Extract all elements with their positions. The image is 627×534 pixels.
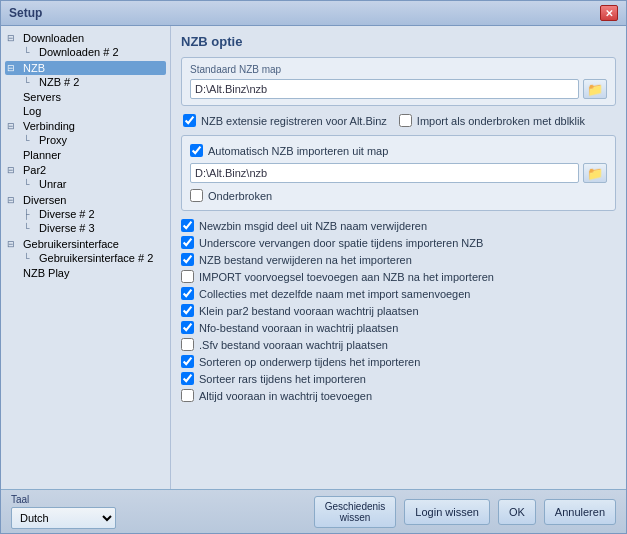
sidebar-item-verbinding[interactable]: ⊟ Verbinding └ Proxy	[5, 118, 166, 148]
sidebar-item-unrar[interactable]: └ Unrar	[21, 177, 166, 191]
cb-collecties: Collecties met dezelfde naam met import …	[181, 285, 616, 302]
auto-import-checkbox-row: Automatisch NZB importeren uit map	[190, 142, 607, 159]
onderbroken-checkbox-row: Onderbroken	[190, 187, 607, 204]
language-select[interactable]: Dutch English German French	[11, 507, 116, 529]
onderbroken-checkbox[interactable]	[190, 189, 203, 202]
cb-nfo: Nfo-bestand vooraan in wachtrij plaatsen	[181, 319, 616, 336]
standard-nzb-label: Standaard NZB map	[190, 64, 607, 75]
leaf-icon: └	[23, 47, 37, 57]
collecties-label: Collecties met dezelfde naam met import …	[199, 288, 470, 300]
leaf-icon: └	[23, 77, 37, 87]
sidebar-item-diverse3[interactable]: └ Diverse # 3	[21, 221, 166, 235]
nzb-extension-label: NZB extensie registreren voor Alt.Binz	[201, 115, 387, 127]
import-broken-checkbox-row: Import als onderbroken met dblklik	[399, 112, 585, 129]
sfv-checkbox[interactable]	[181, 338, 194, 351]
right-panel: NZB optie Standaard NZB map 📁 NZB extens…	[171, 26, 626, 489]
sidebar-item-downloaden[interactable]: ⊟ Downloaden └ Downloaden # 2	[5, 30, 166, 60]
expand-icon: ⊟	[7, 121, 21, 131]
expand-icon: ⊟	[7, 63, 21, 73]
leaf-icon: └	[23, 253, 37, 263]
sfv-label: .Sfv bestand vooraan wachtrij plaatsen	[199, 339, 388, 351]
klein-par2-checkbox[interactable]	[181, 304, 194, 317]
window-title: Setup	[9, 6, 42, 20]
bottom-bar: Taal Dutch English German French Geschie…	[1, 489, 626, 533]
newzbin-label: Newzbin msgid deel uit NZB naam verwijde…	[199, 220, 427, 232]
sorteren-onderwerp-checkbox[interactable]	[181, 355, 194, 368]
verwijderen-checkbox[interactable]	[181, 253, 194, 266]
sidebar-item-diverse2[interactable]: ├ Diverse # 2	[21, 207, 166, 221]
annuleren-button[interactable]: Annuleren	[544, 499, 616, 525]
onderbroken-label: Onderbroken	[208, 190, 272, 202]
auto-import-checkbox[interactable]	[190, 144, 203, 157]
cb-underscore: Underscore vervangen door spatie tijdens…	[181, 234, 616, 251]
expand-icon: ⊟	[7, 239, 21, 249]
expand-icon: ⊟	[7, 165, 21, 175]
import-broken-checkbox[interactable]	[399, 114, 412, 127]
geschiedenis-wissen-button[interactable]: Geschiedenis wissen	[314, 496, 397, 528]
setup-window: Setup ✕ ⊟ Downloaden └ Downloaden # 2	[0, 0, 627, 534]
sidebar-item-servers[interactable]: Servers	[5, 90, 166, 104]
expand-icon: ⊟	[7, 33, 21, 43]
underscore-checkbox[interactable]	[181, 236, 194, 249]
leaf-icon: └	[23, 179, 37, 189]
nfo-label: Nfo-bestand vooraan in wachtrij plaatsen	[199, 322, 398, 334]
standard-nzb-section: Standaard NZB map 📁	[181, 57, 616, 106]
auto-import-input-row: 📁	[190, 163, 607, 183]
auto-import-path-input[interactable]	[190, 163, 579, 183]
altijd-vooraan-checkbox[interactable]	[181, 389, 194, 402]
verwijderen-label: NZB bestand verwijderen na het importere…	[199, 254, 412, 266]
close-button[interactable]: ✕	[600, 5, 618, 21]
main-content: ⊟ Downloaden └ Downloaden # 2 ⊟ NZB	[1, 26, 626, 489]
standard-nzb-input-row: 📁	[190, 79, 607, 99]
underscore-label: Underscore vervangen door spatie tijdens…	[199, 237, 483, 249]
sidebar-item-log[interactable]: Log	[5, 104, 166, 118]
leaf-icon: ├	[23, 209, 37, 219]
ok-button[interactable]: OK	[498, 499, 536, 525]
klein-par2-label: Klein par2 bestand vooraan wachtrij plaa…	[199, 305, 419, 317]
panel-title: NZB optie	[181, 34, 616, 49]
nzb-extension-checkbox[interactable]	[183, 114, 196, 127]
auto-import-section: Automatisch NZB importeren uit map 📁 Ond…	[181, 135, 616, 211]
cb-newzbin: Newzbin msgid deel uit NZB naam verwijde…	[181, 217, 616, 234]
import-voorvoegsel-label: IMPORT voorvoegsel toevoegen aan NZB na …	[199, 271, 494, 283]
cb-sfv: .Sfv bestand vooraan wachtrij plaatsen	[181, 336, 616, 353]
login-wissen-button[interactable]: Login wissen	[404, 499, 490, 525]
collecties-checkbox[interactable]	[181, 287, 194, 300]
auto-import-label: Automatisch NZB importeren uit map	[208, 145, 388, 157]
cb-verwijderen: NZB bestand verwijderen na het importere…	[181, 251, 616, 268]
sidebar-item-gebruikersinterface2[interactable]: └ Gebruikersinterface # 2	[21, 251, 166, 265]
taal-label: Taal	[11, 494, 116, 505]
cb-import-voorvoegsel: IMPORT voorvoegsel toevoegen aan NZB na …	[181, 268, 616, 285]
import-voorvoegsel-checkbox[interactable]	[181, 270, 194, 283]
leaf-icon: └	[23, 223, 37, 233]
title-bar: Setup ✕	[1, 1, 626, 26]
standard-nzb-path-input[interactable]	[190, 79, 579, 99]
sidebar-item-gebruikersinterface[interactable]: ⊟ Gebruikersinterface └ Gebruikersinterf…	[5, 236, 166, 266]
sidebar-item-par2[interactable]: ⊟ Par2 └ Unrar	[5, 162, 166, 192]
sorteer-rars-checkbox[interactable]	[181, 372, 194, 385]
import-broken-label: Import als onderbroken met dblklik	[417, 115, 585, 127]
sidebar: ⊟ Downloaden └ Downloaden # 2 ⊟ NZB	[1, 26, 171, 489]
nfo-checkbox[interactable]	[181, 321, 194, 334]
expand-icon: ⊟	[7, 195, 21, 205]
cb-klein-par2: Klein par2 bestand vooraan wachtrij plaa…	[181, 302, 616, 319]
sidebar-item-diversen[interactable]: ⊟ Diversen ├ Diverse # 2 └ Diverse # 3	[5, 192, 166, 236]
cb-altijd-vooraan: Altijd vooraan in wachtrij toevoegen	[181, 387, 616, 404]
sorteer-rars-label: Sorteer rars tijdens het importeren	[199, 373, 366, 385]
cb-sorteer-rars: Sorteer rars tijdens het importeren	[181, 370, 616, 387]
newzbin-checkbox[interactable]	[181, 219, 194, 232]
language-group: Taal Dutch English German French	[11, 494, 116, 529]
extension-row: NZB extensie registreren voor Alt.Binz I…	[181, 112, 616, 129]
options-section: Newzbin msgid deel uit NZB naam verwijde…	[181, 217, 616, 404]
altijd-vooraan-label: Altijd vooraan in wachtrij toevoegen	[199, 390, 372, 402]
leaf-icon: └	[23, 135, 37, 145]
sidebar-item-planner[interactable]: Planner	[5, 148, 166, 162]
sidebar-item-downloaden2[interactable]: └ Downloaden # 2	[21, 45, 166, 59]
sidebar-item-nzb2[interactable]: └ NZB # 2	[21, 75, 166, 89]
sidebar-item-nzbplay[interactable]: NZB Play	[5, 266, 166, 280]
auto-import-folder-button[interactable]: 📁	[583, 163, 607, 183]
sidebar-item-nzb[interactable]: ⊟ NZB └ NZB # 2	[5, 60, 166, 90]
sidebar-item-proxy[interactable]: └ Proxy	[21, 133, 166, 147]
standard-nzb-folder-button[interactable]: 📁	[583, 79, 607, 99]
sorteren-onderwerp-label: Sorteren op onderwerp tijdens het import…	[199, 356, 420, 368]
